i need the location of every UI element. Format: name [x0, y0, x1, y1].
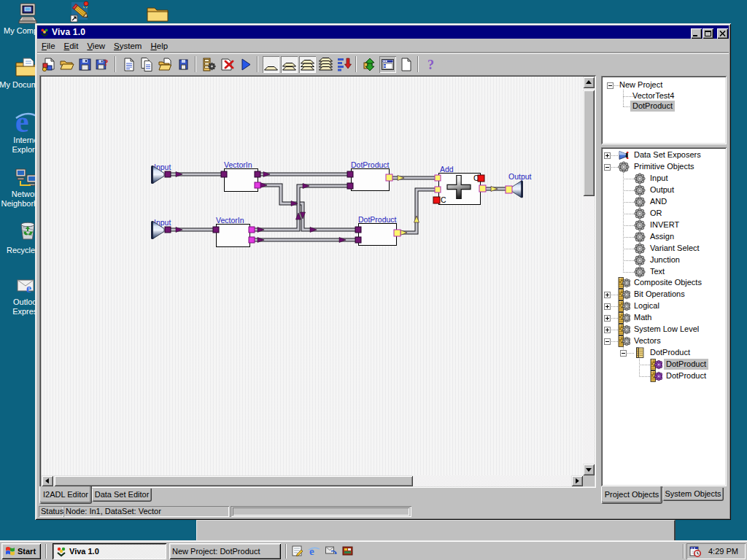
purple-port[interactable] — [165, 227, 171, 233]
menu-edit[interactable]: Edit — [60, 39, 83, 52]
scroll-down-button[interactable] — [583, 464, 595, 475]
tree-item-label[interactable]: Junction — [648, 254, 682, 265]
menu-file[interactable]: File — [37, 39, 60, 52]
tree-item-label[interactable]: Output — [648, 184, 676, 195]
purple-port[interactable] — [221, 171, 227, 177]
tree-item-label[interactable]: OR — [648, 208, 665, 219]
menu-help[interactable]: Help — [146, 39, 172, 52]
clock[interactable]: 4:29 PM — [708, 547, 738, 556]
tree-item-label[interactable]: Math — [632, 312, 654, 323]
collapse-button[interactable] — [604, 338, 611, 345]
wire[interactable] — [258, 185, 358, 230]
expand-button[interactable] — [604, 315, 611, 322]
purple-port[interactable] — [355, 237, 361, 243]
purple-port[interactable] — [347, 183, 353, 189]
tab-data-set-editor[interactable]: Data Set Editor — [92, 489, 152, 502]
collapse-button[interactable] — [604, 164, 611, 171]
save-project-as-button[interactable] — [95, 56, 112, 73]
yellow-port[interactable] — [386, 174, 392, 181]
new-project-button[interactable] — [40, 56, 57, 73]
tree-item-label[interactable]: Logical — [632, 300, 662, 311]
magenta-port[interactable] — [255, 182, 260, 188]
tree-item-label[interactable]: INVERT — [648, 219, 681, 230]
tree-item-label[interactable]: DotProduct — [664, 359, 708, 370]
taskbar-button-new-project-dotproduct[interactable]: New Project: DotProduct — [169, 543, 281, 559]
horizontal-scrollbar[interactable] — [42, 475, 583, 486]
yellow-port[interactable] — [479, 185, 486, 192]
red-port[interactable] — [478, 175, 484, 182]
collapse-button[interactable] — [607, 82, 614, 89]
tree-item-label[interactable]: Input — [648, 173, 670, 184]
tree-item-label[interactable]: DotProduct — [648, 347, 692, 358]
new-page-button[interactable] — [398, 56, 414, 73]
horizontal-scroll-thumb[interactable] — [54, 475, 413, 486]
tab-system-objects[interactable]: System Objects — [662, 488, 724, 501]
compile-button[interactable] — [201, 56, 217, 73]
taskbar-button-viva-1-0[interactable]: Viva 1.0 — [53, 543, 166, 559]
yellow-port[interactable] — [506, 186, 512, 193]
tab-project-objects[interactable]: Project Objects — [601, 486, 662, 504]
yellow-port[interactable] — [394, 230, 400, 236]
scroll-left-button[interactable] — [42, 475, 53, 486]
dotproduct-2-node[interactable] — [359, 224, 397, 246]
purple-port[interactable] — [213, 227, 219, 233]
save-project-button[interactable] — [77, 56, 93, 73]
purple-port[interactable] — [347, 171, 353, 177]
purple-port[interactable] — [165, 171, 171, 177]
layer-1-button[interactable] — [263, 56, 279, 73]
maximize-button[interactable] — [703, 28, 713, 39]
minimize-button[interactable] — [691, 28, 702, 39]
tree-item-label[interactable]: Bit Operations — [632, 289, 687, 300]
open-project-button[interactable] — [58, 56, 75, 73]
open-sheet-button[interactable] — [157, 56, 174, 73]
menu-system[interactable]: System — [109, 39, 146, 52]
scroll-up-button[interactable] — [583, 77, 595, 88]
yellow-port[interactable] — [435, 187, 441, 192]
ql-media-button[interactable] — [341, 545, 354, 557]
save-sheet-button[interactable] — [175, 56, 192, 73]
navigate-button[interactable] — [361, 56, 378, 73]
delete-sheet-button[interactable] — [219, 56, 236, 73]
output-1-node[interactable] — [511, 181, 523, 198]
ql-mail-button[interactable] — [325, 545, 337, 557]
diagram-canvas[interactable]: InputVectorInDotProductAddCCOutputInputV… — [42, 77, 583, 475]
ql-notes-button[interactable] — [291, 545, 303, 557]
close-button[interactable] — [717, 28, 728, 39]
run-button[interactable] — [237, 56, 254, 73]
layer-3-button[interactable] — [299, 56, 316, 73]
expand-button[interactable] — [604, 292, 611, 298]
tree-item-label[interactable]: Composite Objects — [632, 277, 704, 288]
dotproduct-1-node[interactable] — [352, 169, 390, 191]
magenta-port[interactable] — [249, 237, 255, 243]
vertical-scrollbar[interactable] — [583, 77, 595, 475]
expand-button[interactable] — [604, 327, 611, 333]
tree-item-label[interactable]: VectorTest4 — [630, 90, 676, 101]
layer-2-button[interactable] — [281, 56, 298, 73]
vectorin-2-node[interactable] — [217, 225, 250, 247]
tree-item-label[interactable]: Primitive Objects — [632, 161, 697, 172]
copy-sheet-button[interactable] — [139, 56, 155, 73]
magenta-port[interactable] — [249, 227, 255, 233]
tree-item-label[interactable]: Assign — [648, 231, 676, 242]
vectorin-1-node[interactable] — [225, 169, 258, 192]
scheduler-tray-icon[interactable] — [689, 545, 701, 557]
help-button[interactable] — [423, 56, 440, 73]
purple-port[interactable] — [255, 171, 260, 177]
ql-ie-button[interactable] — [308, 545, 320, 557]
expand-button[interactable] — [604, 303, 611, 310]
tree-item-label[interactable]: Vectors — [632, 335, 663, 346]
layer-4-button[interactable] — [317, 56, 334, 73]
tree-item-label[interactable]: New Project — [617, 79, 665, 90]
new-sheet-button[interactable] — [120, 56, 137, 73]
red-port[interactable] — [433, 197, 440, 203]
tab-i2adl-editor[interactable]: I2ADL Editor — [39, 486, 92, 504]
background-window-new-project[interactable] — [196, 520, 676, 540]
window-view-button[interactable] — [379, 56, 396, 73]
tree-item-label[interactable]: System Low Level — [632, 324, 701, 335]
tree-item-label[interactable]: Variant Select — [648, 243, 702, 254]
start-button[interactable]: Start — [1, 543, 41, 559]
tree-item-label[interactable]: Data Set Exposers — [632, 149, 703, 160]
tree-item-label[interactable]: Text — [648, 266, 667, 277]
sort-order-button[interactable] — [336, 56, 352, 73]
menu-view[interactable]: View — [82, 39, 109, 52]
